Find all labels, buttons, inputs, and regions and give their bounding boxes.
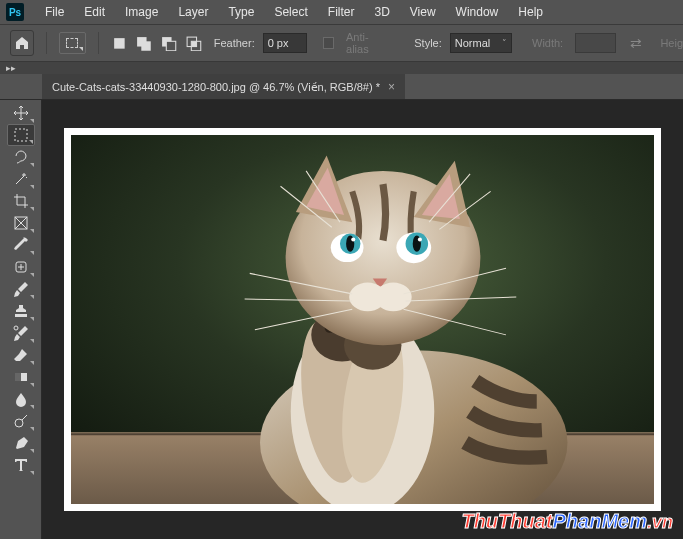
- svg-point-34: [418, 238, 422, 242]
- pen-tool[interactable]: [7, 432, 35, 454]
- watermark-part1: ThuThuat: [461, 510, 552, 532]
- menu-select[interactable]: Select: [265, 2, 316, 22]
- selection-subtract-icon[interactable]: [160, 34, 177, 52]
- document-tab[interactable]: Cute-Cats-cats-33440930-1280-800.jpg @ 4…: [42, 74, 405, 99]
- panel-toggle-icon[interactable]: ▸▸: [6, 63, 16, 73]
- frame-tool[interactable]: [7, 212, 35, 234]
- feather-label: Feather:: [214, 37, 255, 49]
- swap-icon: ⇄: [630, 35, 642, 51]
- options-bar: Feather: Anti-alias Style: Normal ˅ Widt…: [0, 24, 683, 62]
- selection-intersect-icon[interactable]: [185, 34, 202, 52]
- healing-brush-tool[interactable]: [7, 256, 35, 278]
- antialias-label: Anti-alias: [346, 31, 388, 55]
- eraser-tool[interactable]: [7, 344, 35, 366]
- menu-view[interactable]: View: [401, 2, 445, 22]
- antialias-checkbox: [323, 37, 334, 49]
- style-value: Normal: [455, 37, 490, 49]
- watermark-part2: PhanMem: [553, 510, 647, 532]
- style-select[interactable]: Normal ˅: [450, 33, 512, 53]
- panel-collapse-row: ▸▸: [0, 62, 683, 74]
- document-tab-title: Cute-Cats-cats-33440930-1280-800.jpg @ 4…: [52, 81, 380, 94]
- marquee-rect-icon: [66, 38, 78, 48]
- width-label: Width:: [532, 37, 563, 49]
- svg-point-33: [351, 238, 355, 242]
- toolbox: [0, 100, 42, 539]
- workspace: [0, 100, 683, 539]
- selection-add-icon[interactable]: [135, 34, 152, 52]
- height-label: Heig: [660, 37, 683, 49]
- menu-file[interactable]: File: [36, 2, 73, 22]
- menu-edit[interactable]: Edit: [75, 2, 114, 22]
- document-tab-strip: Cute-Cats-cats-33440930-1280-800.jpg @ 4…: [0, 74, 683, 100]
- svg-rect-2: [142, 41, 151, 50]
- menu-image[interactable]: Image: [116, 2, 167, 22]
- type-tool[interactable]: [7, 454, 35, 476]
- lasso-tool[interactable]: [7, 146, 35, 168]
- close-icon[interactable]: ×: [388, 80, 395, 94]
- svg-point-36: [375, 283, 412, 312]
- menu-help[interactable]: Help: [509, 2, 552, 22]
- svg-rect-8: [15, 129, 27, 141]
- watermark-part3: .vn: [647, 512, 673, 532]
- clone-stamp-tool[interactable]: [7, 300, 35, 322]
- svg-rect-0: [114, 38, 124, 48]
- svg-rect-4: [166, 41, 175, 50]
- chevron-down-icon: [79, 47, 83, 51]
- magic-wand-tool[interactable]: [7, 168, 35, 190]
- feather-input[interactable]: [263, 33, 307, 53]
- menu-layer[interactable]: Layer: [169, 2, 217, 22]
- blur-tool[interactable]: [7, 388, 35, 410]
- menu-filter[interactable]: Filter: [319, 2, 364, 22]
- separator: [98, 32, 99, 54]
- marquee-tool[interactable]: [7, 124, 35, 146]
- width-input: [575, 33, 616, 53]
- svg-rect-13: [15, 373, 21, 381]
- brush-tool[interactable]: [7, 278, 35, 300]
- style-label: Style:: [414, 37, 442, 49]
- document-image: [71, 135, 654, 504]
- home-button[interactable]: [10, 30, 34, 56]
- selection-new-icon[interactable]: [111, 34, 128, 52]
- gradient-tool[interactable]: [7, 366, 35, 388]
- history-brush-tool[interactable]: [7, 322, 35, 344]
- move-tool[interactable]: [7, 102, 35, 124]
- image-border: [64, 128, 661, 511]
- canvas-area[interactable]: [42, 100, 683, 539]
- menubar: Ps File Edit Image Layer Type Select Fil…: [0, 0, 683, 24]
- svg-point-14: [15, 419, 23, 427]
- eyedropper-tool[interactable]: [7, 234, 35, 256]
- dodge-tool[interactable]: [7, 410, 35, 432]
- chevron-down-icon: ˅: [502, 38, 507, 48]
- menu-3d[interactable]: 3D: [365, 2, 398, 22]
- watermark: ThuThuatPhanMem.vn: [461, 510, 673, 533]
- app-logo-icon: Ps: [6, 3, 24, 21]
- svg-rect-7: [191, 41, 196, 46]
- marquee-mode-button[interactable]: [59, 32, 85, 54]
- svg-point-11: [14, 326, 18, 330]
- separator: [46, 32, 47, 54]
- menu-type[interactable]: Type: [219, 2, 263, 22]
- crop-tool[interactable]: [7, 190, 35, 212]
- menu-window[interactable]: Window: [447, 2, 508, 22]
